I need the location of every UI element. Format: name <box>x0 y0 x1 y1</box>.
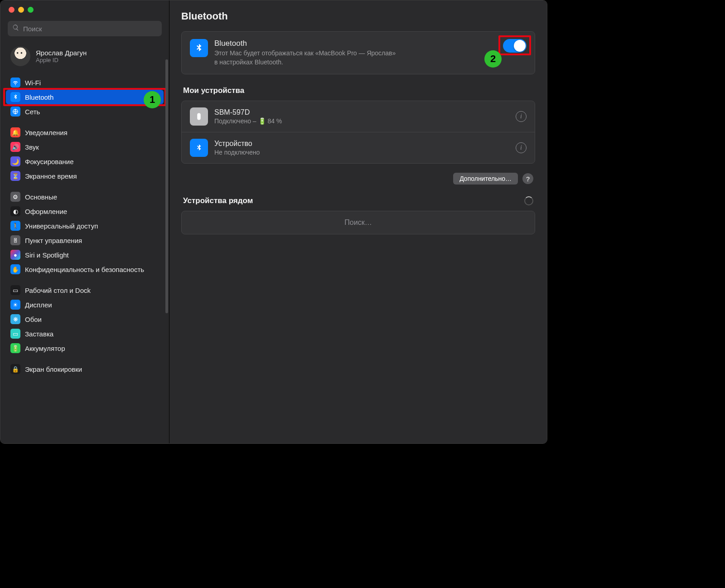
sidebar-item-control-center[interactable]: 🎚 Пункт управления <box>6 233 164 248</box>
sidebar-item-label: Siri и Spotlight <box>25 251 69 259</box>
siri-icon: ● <box>10 250 20 260</box>
annotation-badge-1: 1 <box>144 91 161 108</box>
device-row[interactable]: SBM-597D Подключено – 🔋 84 % i <box>182 101 535 132</box>
screensaver-icon: ▭ <box>10 329 20 339</box>
sidebar-item-label: Конфиденциальность и безопасность <box>25 266 144 273</box>
bluetooth-icon <box>190 139 208 157</box>
accessibility-icon: 🚶 <box>10 221 20 231</box>
avatar <box>10 46 30 66</box>
sidebar-item-accessibility[interactable]: 🚶 Универсальный доступ <box>6 219 164 233</box>
loading-spinner-icon <box>524 196 533 205</box>
sidebar-item-battery[interactable]: 🔋 Аккумулятор <box>6 341 164 355</box>
annotation-badge-2: 2 <box>484 50 502 68</box>
close-window-button[interactable] <box>9 7 14 13</box>
page-title: Bluetooth <box>181 10 535 22</box>
minimize-window-button[interactable] <box>18 7 24 13</box>
my-devices-list: SBM-597D Подключено – 🔋 84 % i Устройств… <box>181 101 535 164</box>
sidebar-item-general[interactable]: ⚙ Основные <box>6 190 164 204</box>
search-field[interactable] <box>8 21 162 36</box>
sidebar-item-label: Сеть <box>25 108 40 116</box>
sidebar-item-sound[interactable]: 🔊 Звук <box>6 140 164 154</box>
sidebar-item-label: Заставка <box>25 330 53 338</box>
zoom-window-button[interactable] <box>28 7 34 13</box>
bluetooth-card-desc: Этот Mac будет отображаться как «MacBook… <box>214 49 396 67</box>
flower-icon: ❋ <box>10 314 20 324</box>
device-name: Устройство <box>214 140 260 148</box>
sidebar-item-label: Дисплеи <box>25 301 52 309</box>
sidebar-item-label: Экранное время <box>25 172 77 180</box>
user-sub: Apple ID <box>36 57 87 63</box>
sidebar-item-screensaver[interactable]: ▭ Заставка <box>6 326 164 341</box>
wifi-icon <box>10 78 20 87</box>
mouse-icon <box>190 107 208 126</box>
sidebar-item-label: Wi-Fi <box>25 79 41 87</box>
sidebar-item-displays[interactable]: ☀ Дисплеи <box>6 297 164 312</box>
device-row[interactable]: Устройство Не подключено i <box>182 132 535 163</box>
window-controls <box>0 0 169 17</box>
sidebar-item-bluetooth[interactable]: Bluetooth <box>6 90 164 104</box>
sidebar-item-label: Обои <box>25 316 42 323</box>
switches-icon: 🎚 <box>10 235 20 245</box>
sidebar-item-siri[interactable]: ● Siri и Spotlight <box>6 248 164 262</box>
gear-icon: ⚙ <box>10 192 20 202</box>
sidebar-item-screentime[interactable]: ⏳ Экранное время <box>6 169 164 183</box>
globe-icon <box>10 107 20 117</box>
sidebar-item-notifications[interactable]: 🔔 Уведомления <box>6 125 164 140</box>
sidebar-item-focus[interactable]: 🌙 Фокусирование <box>6 154 164 169</box>
device-status: Подключено – 🔋 84 % <box>214 117 282 125</box>
nearby-devices-list: Поиск… <box>181 211 535 234</box>
sidebar-item-label: Звук <box>25 143 39 151</box>
bluetooth-card-title: Bluetooth <box>214 39 396 48</box>
hand-icon: ✋ <box>10 264 20 274</box>
user-name: Ярослав Драгун <box>36 49 87 57</box>
sidebar-item-wifi[interactable]: Wi-Fi <box>6 75 164 90</box>
svg-rect-1 <box>197 113 201 120</box>
speaker-icon: 🔊 <box>10 142 20 152</box>
sidebar-item-label: Пункт управления <box>25 237 82 244</box>
hourglass-icon: ⏳ <box>10 171 20 181</box>
device-info-button[interactable]: i <box>516 111 527 122</box>
searching-label: Поиск… <box>182 211 535 234</box>
device-info-button[interactable]: i <box>516 142 527 153</box>
main-panel: Bluetooth Bluetooth Этот Mac будет отобр… <box>169 0 547 443</box>
sidebar-item-label: Уведомления <box>25 129 68 136</box>
sidebar-item-label: Bluetooth <box>25 93 53 101</box>
search-input[interactable] <box>23 25 157 33</box>
bell-icon: 🔔 <box>10 127 20 137</box>
advanced-button[interactable]: Дополнительно… <box>453 173 518 185</box>
nearby-devices-heading: Устройства рядом <box>183 196 253 205</box>
moon-icon: 🌙 <box>10 156 20 166</box>
search-icon <box>12 24 23 33</box>
sidebar-nav: Wi-Fi Bluetooth Сеть <box>0 73 169 385</box>
sidebar-item-privacy[interactable]: ✋ Конфиденциальность и безопасность <box>6 262 164 277</box>
sidebar: Ярослав Драгун Apple ID Wi-Fi Bluetooth <box>0 0 169 443</box>
settings-window: Ярослав Драгун Apple ID Wi-Fi Bluetooth <box>0 0 547 444</box>
my-devices-heading: Мои устройства <box>183 86 533 95</box>
device-status: Не подключено <box>214 149 260 156</box>
apple-id-row[interactable]: Ярослав Драгун Apple ID <box>0 42 169 73</box>
sidebar-item-desktop-dock[interactable]: ▭ Рабочий стол и Dock <box>6 283 164 297</box>
bluetooth-status-card: Bluetooth Этот Mac будет отображаться ка… <box>181 31 535 74</box>
device-name: SBM-597D <box>214 108 282 117</box>
sidebar-item-label: Экран блокировки <box>25 365 82 373</box>
sidebar-item-label: Универсальный доступ <box>25 222 98 230</box>
bluetooth-toggle[interactable] <box>503 39 527 53</box>
sidebar-item-label: Рабочий стол и Dock <box>25 287 91 294</box>
sidebar-item-label: Аккумулятор <box>25 345 65 352</box>
lock-icon: 🔒 <box>10 364 20 374</box>
sidebar-item-appearance[interactable]: ◐ Оформление <box>6 204 164 219</box>
bluetooth-icon <box>190 39 208 57</box>
sidebar-item-wallpaper[interactable]: ❋ Обои <box>6 312 164 326</box>
help-button[interactable]: ? <box>522 173 533 184</box>
sidebar-scrollbar[interactable] <box>165 59 168 313</box>
brightness-icon: ☀ <box>10 300 20 310</box>
appearance-icon: ◐ <box>10 206 20 216</box>
sidebar-item-label: Фокусирование <box>25 158 74 165</box>
battery-icon: 🔋 <box>10 343 20 353</box>
bluetooth-icon <box>10 92 20 102</box>
sidebar-item-label: Оформление <box>25 208 67 215</box>
sidebar-item-network[interactable]: Сеть <box>6 104 164 119</box>
dock-icon: ▭ <box>10 285 20 295</box>
sidebar-item-lockscreen[interactable]: 🔒 Экран блокировки <box>6 362 164 376</box>
sidebar-item-label: Основные <box>25 193 57 201</box>
